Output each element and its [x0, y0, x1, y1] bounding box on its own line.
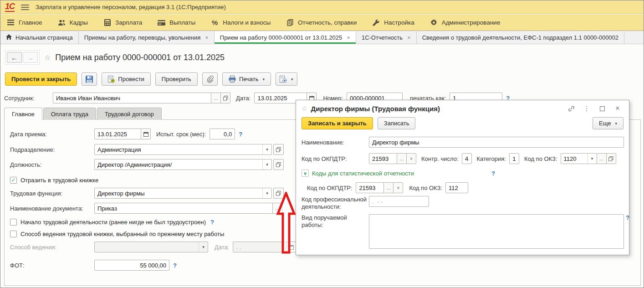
- tab-priem-na-rabotu[interactable]: Прием на работу 0000-000001 от 13.01.202…: [215, 31, 356, 44]
- okpdtr-group: ... ×: [369, 153, 416, 164]
- close-icon[interactable]: ×: [204, 34, 209, 41]
- save-and-close-button[interactable]: Записать и закрыть: [302, 117, 373, 129]
- fot-field[interactable]: [94, 260, 169, 271]
- menu-item-vyplaty[interactable]: Выплаты: [158, 19, 195, 26]
- help-icon[interactable]: ?: [239, 131, 242, 138]
- chevron-down-icon[interactable]: ▾: [262, 188, 271, 198]
- tab-svedeniya-efs1[interactable]: Сведения о трудовой деятельности, ЕФС-1 …: [417, 31, 624, 44]
- form-tab-trudovoy-dogovor[interactable]: Трудовой договор: [97, 108, 162, 120]
- menu-item-nastroika[interactable]: Настройка: [372, 19, 414, 26]
- print-button[interactable]: Печать ▾: [222, 72, 271, 86]
- menu-item-otchetnost[interactable]: Отчетность, справки: [286, 19, 357, 26]
- menu-item-nalogi[interactable]: % Налоги и взносы: [211, 19, 271, 26]
- method-date-field[interactable]: [233, 242, 286, 252]
- work-type-field[interactable]: [369, 214, 624, 249]
- close-icon[interactable]: ×: [406, 34, 411, 41]
- save-button[interactable]: Записать: [378, 117, 416, 129]
- method-combo[interactable]: ▾: [94, 242, 208, 252]
- chevron-down-icon[interactable]: ▾: [588, 154, 597, 164]
- stat-group-toggle[interactable]: Коды для статистической отчетности: [312, 170, 414, 177]
- main-menu-icon[interactable]: [21, 5, 29, 10]
- open-link-button[interactable]: [221, 93, 230, 103]
- prof-code-field[interactable]: [369, 196, 429, 207]
- menu-item-administrirovanie[interactable]: Администрирование: [430, 19, 501, 26]
- labor-function-combo[interactable]: Директор фирмы ▾: [94, 188, 272, 199]
- ellipsis-button[interactable]: ...: [273, 203, 282, 214]
- name-field[interactable]: [369, 137, 624, 148]
- export-button[interactable]: ▾: [276, 72, 297, 86]
- attachments-button[interactable]: [202, 72, 218, 86]
- menu-item-zarplata[interactable]: Зарплата: [103, 19, 142, 26]
- menu-item-glavnoe[interactable]: Главное: [7, 19, 42, 26]
- stat-okpdtr-group: ... ×: [356, 182, 403, 193]
- collapse-chevron-icon[interactable]: ∨: [302, 170, 309, 177]
- okz-combo[interactable]: 1120 ▾: [561, 153, 597, 164]
- start-checkbox-label: Начало трудовой деятельности (ранее нигд…: [20, 219, 206, 226]
- menu-label: Зарплата: [115, 19, 142, 26]
- maximize-icon[interactable]: [596, 106, 608, 111]
- form-tab-oplata-truda[interactable]: Оплата труда: [43, 108, 96, 120]
- ellipsis-button[interactable]: ...: [397, 153, 407, 164]
- document-toolbar: Провести и закрыть Провести Проверить Пе…: [5, 72, 297, 86]
- ellipsis-button[interactable]: ...: [597, 153, 607, 164]
- method-checkbox[interactable]: [10, 231, 17, 237]
- department-combo[interactable]: Администрация ▾: [94, 144, 272, 155]
- fot-row: ФОТ: ?: [10, 259, 177, 271]
- chevron-down-icon[interactable]: ▾: [262, 159, 271, 170]
- more-menu-icon[interactable]: ⋮: [581, 105, 593, 112]
- position-combo[interactable]: Директор /Администрация/ ▾: [94, 159, 272, 170]
- stat-okz-field[interactable]: [445, 182, 468, 193]
- calendar-icon[interactable]: [286, 242, 296, 252]
- document-name-field[interactable]: [94, 203, 273, 214]
- open-link-button[interactable]: [273, 159, 284, 170]
- employee-field[interactable]: [53, 93, 211, 103]
- form-tab-glavnoe[interactable]: Главное: [4, 108, 42, 120]
- work-type-label: Вид поручаемой работы:: [302, 214, 369, 229]
- hire-date-field[interactable]: [94, 129, 141, 139]
- tab-priemy-perevody[interactable]: Приемы на работу, переводы, увольнения ×: [79, 31, 215, 44]
- tab-home[interactable]: Начальная страница: [0, 31, 79, 44]
- check-button[interactable]: Проверить: [155, 72, 198, 86]
- department-row: Подразделение: Администрация ▾: [10, 144, 284, 155]
- reflect-checkbox[interactable]: ✓: [10, 177, 17, 184]
- calendar-icon[interactable]: [141, 129, 151, 139]
- clear-icon[interactable]: ×: [394, 182, 403, 193]
- clear-icon[interactable]: ×: [407, 153, 416, 164]
- ellipsis-button[interactable]: ...: [211, 93, 221, 103]
- link-icon[interactable]: [565, 105, 577, 112]
- okpdtr-field[interactable]: [369, 153, 397, 164]
- help-icon[interactable]: ?: [210, 219, 214, 226]
- category-field[interactable]: [509, 153, 519, 164]
- probation-field[interactable]: [210, 129, 235, 139]
- stat-okpdtr-field[interactable]: [356, 182, 384, 193]
- favorite-star-icon[interactable]: ☆: [302, 105, 307, 112]
- save-button[interactable]: [82, 72, 97, 86]
- help-icon[interactable]: ?: [173, 262, 177, 269]
- open-link-button[interactable]: [273, 144, 284, 155]
- menu-label: Кадры: [70, 19, 88, 26]
- help-icon[interactable]: ?: [491, 170, 495, 177]
- tab-1c-otchetnost[interactable]: 1С-Отчетность ×: [356, 31, 417, 44]
- more-button-label: Еще: [599, 120, 611, 127]
- post-button[interactable]: Провести: [102, 72, 151, 86]
- forward-button[interactable]: →: [23, 52, 38, 63]
- chevron-down-icon[interactable]: ▾: [199, 242, 208, 252]
- open-link-button[interactable]: [273, 188, 284, 199]
- post-and-close-button[interactable]: Провести и закрыть: [5, 72, 77, 86]
- document-name-row: Наименование документа: ...: [10, 202, 282, 214]
- tab-label: Начальная страница: [15, 34, 73, 41]
- control-number-field[interactable]: [462, 153, 472, 164]
- department-value: Администрация: [95, 146, 262, 153]
- close-icon[interactable]: ×: [346, 34, 350, 41]
- start-checkbox[interactable]: [10, 219, 17, 226]
- close-icon[interactable]: ×: [612, 104, 624, 113]
- more-button[interactable]: Еще▾: [593, 117, 624, 129]
- back-button[interactable]: ←: [7, 52, 22, 63]
- open-link-button[interactable]: [607, 153, 616, 164]
- form-tabs: Главное Оплата труда Трудовой договор: [4, 108, 163, 120]
- favorite-star-icon[interactable]: ☆: [44, 53, 51, 62]
- menu-item-kadry[interactable]: Кадры: [58, 19, 88, 26]
- chevron-down-icon[interactable]: ▾: [262, 144, 271, 154]
- help-icon[interactable]: ?: [626, 214, 629, 221]
- ellipsis-button[interactable]: ...: [384, 182, 394, 193]
